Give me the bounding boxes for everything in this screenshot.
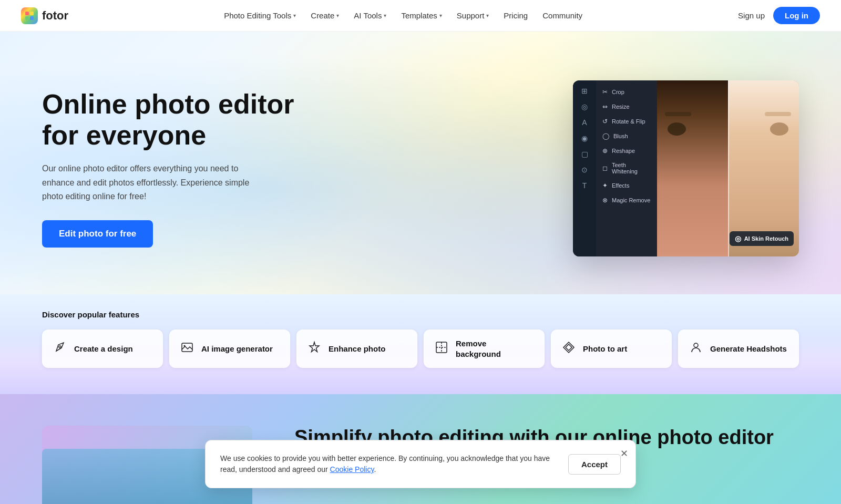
menu-blush[interactable]: ◯ Blush [596,129,657,143]
menu-effects[interactable]: ✦ Effects [596,178,657,193]
chevron-down-icon: ▾ [336,13,339,18]
teeth-icon: ◻ [602,164,608,172]
logo-icon [21,7,38,24]
feature-headshots[interactable]: Generate Headshots [678,330,799,368]
brand-name: fotor [42,9,68,23]
magic-remove-icon: ⊗ [602,197,608,204]
feature-remove-bg-label: Remove background [456,338,534,359]
chevron-down-icon: ▾ [439,13,442,18]
editor-left-panel: ⊞ ◎ A ◉ ▢ ⊙ T ✂ Crop ⇔ [573,80,657,256]
toolbar-adjust-icon[interactable]: ◎ [581,102,588,111]
nav-templates[interactable]: Templates ▾ [401,11,442,20]
nav-ai-tools[interactable]: AI Tools ▾ [354,11,386,20]
ai-skin-retouch-badge: ◎ AI Skin Retouch [730,231,794,246]
nav-create[interactable]: Create ▾ [311,11,339,20]
nav-pricing[interactable]: Pricing [504,11,528,20]
nav-photo-editing[interactable]: Photo Editing Tools ▾ [224,11,296,20]
svg-point-6 [184,345,186,346]
hero-image-card: ⊞ ◎ A ◉ ▢ ⊙ T ✂ Crop ⇔ [573,80,799,256]
hero-section: Online photo editor for everyone Our onl… [0,32,841,294]
features-section: Discover popular features Create a desig… [0,294,841,394]
svg-point-9 [694,343,698,347]
svg-rect-0 [25,12,29,15]
menu-crop[interactable]: ✂ Crop [596,85,657,99]
editor-toolbar: ⊞ ◎ A ◉ ▢ ⊙ T [573,80,596,256]
svg-rect-2 [25,16,29,20]
feature-headshots-label: Generate Headshots [710,344,787,354]
svg-rect-3 [30,16,34,20]
nav-community[interactable]: Community [542,11,582,20]
toolbar-eye-icon[interactable]: ◉ [581,134,588,142]
cookie-accept-button[interactable]: Accept [568,454,621,475]
menu-teeth[interactable]: ◻ Teeth Whitening [596,158,657,178]
toolbar-frame-icon[interactable]: ▢ [581,150,588,158]
feature-photo-to-art[interactable]: Photo to art [551,330,672,368]
rotate-icon: ↺ [602,118,608,125]
editor-menu: ✂ Crop ⇔ Resize ↺ Rotate & Flip ◯ [596,80,657,256]
face-divider [728,80,729,256]
reshape-icon: ⊕ [602,147,608,155]
cookie-message: We use cookies to provide you with bette… [220,453,558,475]
cookie-banner: ✕ We use cookies to provide you with bet… [205,440,636,488]
menu-resize[interactable]: ⇔ Resize [596,99,657,114]
hero-title: Online photo editor for everyone [42,89,305,152]
logo-link[interactable]: fotor [21,7,68,24]
nav-support[interactable]: Support ▾ [457,11,489,20]
signup-button[interactable]: Sign up [738,11,765,20]
feature-remove-bg[interactable]: Remove background [424,330,545,368]
crop-icon: ✂ [602,88,608,96]
cookie-close-button[interactable]: ✕ [620,448,628,459]
toolbar-type-icon[interactable]: T [582,181,587,190]
ai-image-icon [180,341,194,357]
blush-icon: ◯ [602,132,609,140]
face-right [728,80,799,256]
remove-bg-icon [435,341,448,357]
feature-enhance[interactable]: Enhance photo [296,330,417,368]
hero-content: Online photo editor for everyone Our onl… [42,89,305,248]
toolbar-grid-icon[interactable]: ⊞ [581,87,588,95]
toolbar-people-icon[interactable]: ⊙ [581,166,588,174]
features-grid: Create a design AI image generator Enhan… [42,330,799,368]
menu-reshape[interactable]: ⊕ Reshape [596,143,657,158]
svg-point-4 [59,346,61,348]
navbar: fotor Photo Editing Tools ▾ Create ▾ AI … [0,0,841,32]
menu-rotate[interactable]: ↺ Rotate & Flip [596,114,657,129]
menu-magic-remove[interactable]: ⊗ Magic Remove [596,193,657,208]
svg-marker-7 [310,342,319,352]
nav-links: Photo Editing Tools ▾ Create ▾ AI Tools … [224,11,582,20]
create-design-icon [53,341,67,357]
feature-create-design[interactable]: Create a design [42,330,163,368]
enhance-icon [307,341,321,357]
feature-enhance-label: Enhance photo [329,344,385,354]
toolbar-text-icon[interactable]: A [582,118,587,127]
hero-description: Our online photo editor offers everythin… [42,162,268,203]
svg-rect-1 [30,12,34,15]
feature-create-design-label: Create a design [74,344,133,354]
resize-icon: ⇔ [602,103,608,110]
headshots-icon [689,341,703,357]
cookie-policy-link[interactable]: Cookie Policy [330,465,374,474]
feature-ai-image[interactable]: AI image generator [169,330,290,368]
login-button[interactable]: Log in [773,7,820,24]
effects-icon: ✦ [602,182,608,189]
feature-ai-image-label: AI image generator [201,344,273,354]
edit-photo-cta-button[interactable]: Edit photo for free [42,220,153,248]
nav-actions: Sign up Log in [738,7,820,24]
hero-photo: ◎ AI Skin Retouch [657,80,799,256]
feature-photo-to-art-label: Photo to art [583,344,627,354]
chevron-down-icon: ▾ [293,13,296,18]
features-title: Discover popular features [42,310,799,319]
chevron-down-icon: ▾ [486,13,489,18]
chevron-down-icon: ▾ [384,13,386,18]
ai-badge-icon: ◎ [735,234,741,243]
photo-to-art-icon [562,341,576,357]
face-left [657,80,728,256]
